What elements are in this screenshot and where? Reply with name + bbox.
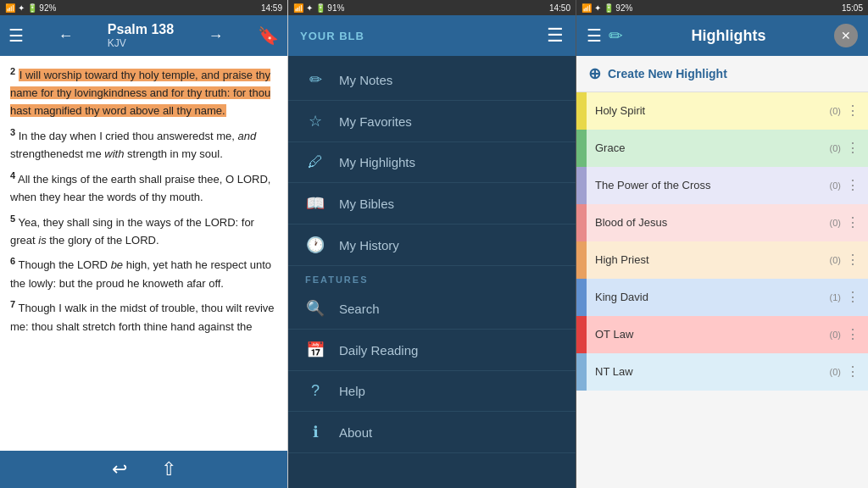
highlights-list: Holy Spirit (0) ⋮ Grace (0) ⋮ The Power …: [576, 92, 868, 488]
menu-item-about[interactable]: ℹ About: [288, 412, 576, 453]
menu-item-history[interactable]: 🕐 My History: [288, 225, 576, 266]
history-icon: 🕐: [305, 236, 326, 254]
highlight-name-kingdavid: King David: [595, 291, 648, 303]
highlight-count-holy-spirit: (0): [830, 106, 841, 116]
menu-label-search: Search: [339, 302, 380, 316]
menu-item-search[interactable]: 🔍 Search: [288, 288, 576, 330]
highlight-right-cross: (0) ⋮: [830, 177, 860, 193]
menu-icon[interactable]: ☰: [8, 25, 24, 46]
features-section-label: FEATURES: [288, 266, 576, 288]
highlight-menu-kingdavid[interactable]: ⋮: [846, 289, 860, 305]
status-left-1: 📶 ✦ 🔋 92%: [5, 3, 56, 13]
menu-label-about: About: [339, 425, 372, 440]
verse-7: 7 Though I walk in the midst of trouble,…: [10, 297, 277, 336]
title-area: Psalm 138 KJV: [108, 22, 174, 49]
status-left-2: 📶 ✦ 🔋 91%: [293, 3, 344, 13]
highlight-item-highpriest[interactable]: High Priest (0) ⋮: [576, 241, 868, 279]
bible-title: Psalm 138: [108, 22, 174, 37]
highlights-panel: 📶 ✦ 🔋 92% 15:05 ☰ ✏ Highlights ✕ ⊕ Creat…: [576, 0, 868, 488]
highlight-right-blood: (0) ⋮: [830, 214, 860, 230]
verse-6: 6 Though the LORD be high, yet hath he r…: [10, 254, 277, 292]
menu-item-help[interactable]: ? Help: [288, 371, 576, 412]
highlights-title: Highlights: [692, 27, 766, 45]
verse-5: 5 Yea, they shall sing in the ways of th…: [10, 212, 277, 250]
swatch-ntlaw: [576, 353, 587, 391]
favorites-icon: ☆: [305, 112, 326, 130]
status-left-3: 📶 ✦ 🔋 92%: [581, 3, 632, 13]
verse-num-3: 3: [10, 127, 15, 137]
highlight-name-highpriest: High Priest: [595, 253, 649, 266]
verse-num-2: 2: [10, 66, 15, 76]
status-time-3: 15:05: [842, 3, 863, 13]
highlight-item-grace[interactable]: Grace (0) ⋮: [576, 130, 868, 167]
up-button[interactable]: ⇧: [161, 458, 176, 480]
highlight-item-holy-spirit[interactable]: Holy Spirit (0) ⋮: [576, 92, 868, 130]
highlight-count-highpriest: (0): [830, 255, 841, 265]
highlight-menu-cross[interactable]: ⋮: [846, 177, 860, 193]
highlight-menu-highpriest[interactable]: ⋮: [846, 252, 860, 268]
highlight-row-cross: The Power of the Cross (0) ⋮: [587, 167, 868, 204]
highlight-name-grace: Grace: [595, 141, 625, 154]
create-highlight-button[interactable]: ⊕ Create New Highlight: [576, 56, 868, 92]
highlights-close-button[interactable]: ✕: [834, 24, 858, 47]
menu-item-favorites[interactable]: ☆ My Favorites: [288, 101, 576, 142]
highlight-row-highpriest: High Priest (0) ⋮: [587, 241, 868, 279]
highlight-right-otlaw: (0) ⋮: [830, 326, 860, 342]
highlight-count-blood: (0): [830, 218, 841, 228]
bookmark-icon[interactable]: 🔖: [258, 25, 279, 46]
create-highlight-label: Create New Highlight: [608, 67, 727, 80]
highlight-row-grace: Grace (0) ⋮: [587, 130, 868, 167]
highlights-menu-icon[interactable]: ☰: [587, 25, 602, 46]
menu-item-daily-reading[interactable]: 📅 Daily Reading: [288, 330, 576, 371]
next-arrow[interactable]: →: [209, 27, 224, 45]
highlight-menu-ntlaw[interactable]: ⋮: [846, 363, 860, 380]
highlights-edit-icon[interactable]: ✏: [609, 25, 623, 46]
swatch-highpriest: [576, 241, 587, 279]
menu-label-daily-reading: Daily Reading: [339, 343, 418, 358]
highlight-row-holy-spirit: Holy Spirit (0) ⋮: [587, 92, 868, 130]
daily-reading-icon: 📅: [305, 341, 326, 359]
status-time-1: 14:59: [261, 3, 282, 13]
highlight-menu-grace[interactable]: ⋮: [846, 140, 860, 156]
highlight-count-grace: (0): [830, 143, 841, 153]
verse-num-5: 5: [10, 214, 15, 224]
highlight-row-otlaw: OT Law (0) ⋮: [587, 316, 868, 353]
swatch-otlaw: [576, 316, 587, 353]
highlight-menu-blood[interactable]: ⋮: [846, 214, 860, 230]
highlight-right-grace: (0) ⋮: [830, 140, 860, 156]
highlight-row-ntlaw: NT Law (0) ⋮: [587, 353, 868, 391]
swatch-holy-spirit: [576, 92, 587, 130]
menu-item-notes[interactable]: ✏ My Notes: [288, 59, 576, 101]
verse-4: 4 All the kings of the earth shall prais…: [10, 169, 277, 207]
status-bar-3: 📶 ✦ 🔋 92% 15:05: [576, 0, 868, 15]
verse-2-text: I will worship toward thy holy temple, a…: [10, 69, 270, 117]
bibles-icon: 📖: [305, 194, 326, 213]
highlight-name-ntlaw: NT Law: [595, 365, 633, 378]
back-button[interactable]: ↩: [112, 458, 127, 480]
highlight-menu-holy-spirit[interactable]: ⋮: [846, 103, 860, 119]
notes-icon: ✏: [305, 70, 326, 89]
highlight-count-kingdavid: (1): [830, 292, 841, 302]
highlight-item-ntlaw[interactable]: NT Law (0) ⋮: [576, 353, 868, 391]
bible-subtitle: KJV: [108, 37, 174, 49]
highlight-row-blood: Blood of Jesus (0) ⋮: [587, 204, 868, 241]
menu-item-bibles[interactable]: 📖 My Bibles: [288, 183, 576, 225]
search-icon: 🔍: [305, 299, 326, 318]
highlight-menu-otlaw[interactable]: ⋮: [846, 326, 860, 342]
highlight-item-kingdavid[interactable]: King David (1) ⋮: [576, 279, 868, 316]
highlight-item-otlaw[interactable]: OT Law (0) ⋮: [576, 316, 868, 353]
hamburger-icon[interactable]: ☰: [547, 25, 564, 47]
highlights-icon: 🖊: [305, 153, 326, 171]
menu-label-highlights: My Highlights: [339, 155, 415, 169]
highlight-item-blood[interactable]: Blood of Jesus (0) ⋮: [576, 204, 868, 241]
verse-num-7: 7: [10, 299, 15, 309]
prev-arrow[interactable]: ←: [58, 27, 73, 45]
status-time-2: 14:50: [549, 3, 570, 13]
menu-header-title: YOUR BLB: [300, 30, 364, 42]
swatch-grace: [576, 130, 587, 167]
highlight-count-cross: (0): [830, 180, 841, 191]
highlight-item-cross[interactable]: The Power of the Cross (0) ⋮: [576, 167, 868, 204]
menu-item-highlights[interactable]: 🖊 My Highlights: [288, 142, 576, 183]
verse-num-6: 6: [10, 256, 15, 266]
highlight-name-holy-spirit: Holy Spirit: [595, 104, 645, 117]
